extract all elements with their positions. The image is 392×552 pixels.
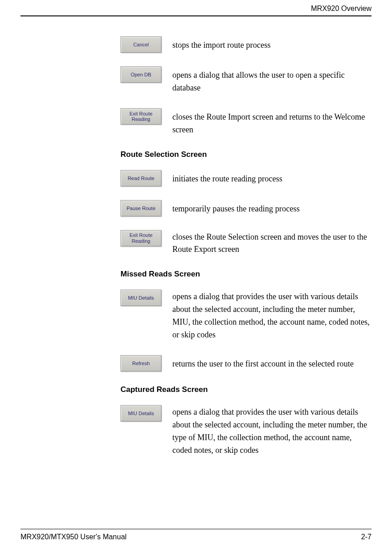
button-desc-row: Pause Route temporarily pauses the readi… [121,200,372,216]
refresh-button[interactable]: Refresh [121,355,161,371]
exit-route-reading-button[interactable]: Exit Route Reading [121,230,161,246]
button-desc-row: Open DB opens a dialog that allows the u… [121,66,372,95]
description-text: stops the import route process [172,36,271,52]
main-content: Cancel stops the import route process Op… [121,36,372,457]
read-route-button[interactable]: Read Route [121,170,161,186]
description-text: closes the Route Selection screen and mo… [172,230,372,256]
footer-page-number: 2-7 [361,533,372,541]
miu-details-button[interactable]: MIU Details [121,405,161,422]
page-footer: MRX920/MTX950 User's Manual 2-7 [20,529,372,541]
section-heading-route-selection: Route Selection Screen [121,150,372,159]
miu-details-button[interactable]: MIU Details [121,290,161,306]
button-desc-row: MIU Details opens a dialog that provides… [121,405,372,457]
description-text: temporarily pauses the reading process [172,200,300,216]
pause-route-button[interactable]: Pause Route [121,200,161,216]
description-text: opens a dialog that provides the user wi… [172,405,372,457]
description-text: closes the Route Import screen and retur… [172,108,372,136]
button-desc-row: Exit Route Reading closes the Route Sele… [121,230,372,256]
exit-route-reading-button[interactable]: Exit Route Reading [121,108,161,125]
button-desc-row: Read Route initiates the route reading p… [121,170,372,186]
footer-left: MRX920/MTX950 User's Manual [20,533,126,541]
header-title: MRX920 Overview [311,5,372,12]
cancel-button[interactable]: Cancel [121,36,161,53]
open-db-button[interactable]: Open DB [121,66,161,83]
section-heading-missed-reads: Missed Reads Screen [121,270,372,279]
description-text: initiates the route reading process [172,170,282,186]
description-text: returns the user to the first account in… [172,355,354,371]
description-text: opens a dialog that allows the user to o… [172,66,372,95]
button-desc-row: MIU Details opens a dialog that provides… [121,290,372,341]
button-desc-row: Exit Route Reading closes the Route Impo… [121,108,372,136]
button-desc-row: Cancel stops the import route process [121,36,372,53]
page-header: MRX920 Overview [20,5,372,16]
description-text: opens a dialog that provides the user wi… [172,290,372,341]
button-desc-row: Refresh returns the user to the first ac… [121,355,372,371]
section-heading-captured-reads: Captured Reads Screen [121,385,372,394]
